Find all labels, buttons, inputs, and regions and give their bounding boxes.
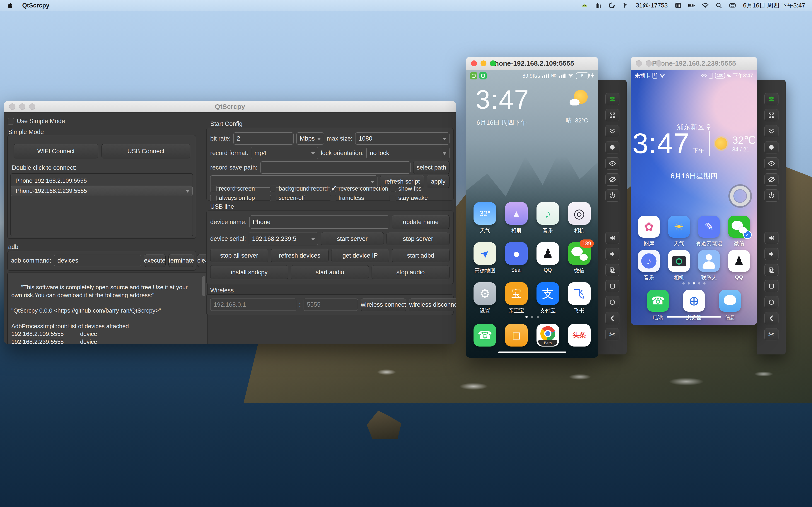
toolbar-button-group[interactable]: [764, 93, 778, 105]
toolbar-button-volume-up[interactable]: [764, 232, 778, 244]
feishu-app-icon[interactable]: 飞: [568, 282, 591, 305]
wechat-app-icon[interactable]: 189: [568, 242, 591, 265]
toolbar-button-dot[interactable]: [605, 141, 619, 154]
wireless-ip-input[interactable]: [210, 298, 296, 311]
assistant-ring-widget[interactable]: [730, 186, 750, 206]
zoom-button[interactable]: [490, 60, 496, 66]
equalizer-icon[interactable]: [595, 2, 602, 9]
stop-server-button[interactable]: stop server: [387, 232, 450, 245]
bit-rate-unit-select[interactable]: Mbps: [296, 132, 324, 145]
qq-app-icon[interactable]: ♟: [537, 242, 559, 265]
amap-app-icon[interactable]: ➤: [473, 242, 496, 265]
menu-clock[interactable]: 6月16日 周四 下午3:47: [743, 1, 805, 9]
toolbar-button-volume-up[interactable]: [605, 232, 619, 244]
toolbar-button-group[interactable]: [605, 93, 619, 105]
wifi-connect-button[interactable]: WIFI Connect: [14, 144, 98, 159]
toolbar-button-eye-off[interactable]: [605, 173, 619, 186]
contacts-app-icon[interactable]: [698, 250, 720, 272]
execute-button[interactable]: execute: [144, 254, 166, 267]
settings-app-icon[interactable]: ⚙: [473, 282, 496, 305]
gallery-app-icon[interactable]: ✿图库: [635, 216, 663, 247]
log-scrollbar[interactable]: [202, 276, 205, 296]
config-checkbox-record-screen[interactable]: record screen: [210, 185, 270, 192]
record-save-path-input[interactable]: [260, 161, 411, 174]
lock-orientation-select[interactable]: no lock: [366, 147, 450, 159]
grid-icon[interactable]: [674, 2, 682, 9]
config-checkbox-screen-off[interactable]: screen-off: [270, 194, 330, 202]
checkbox-box[interactable]: [270, 195, 276, 201]
battery-icon[interactable]: [688, 2, 695, 9]
minimize-button[interactable]: [646, 60, 652, 66]
camera-app-icon[interactable]: 相机: [665, 250, 693, 281]
max-size-select[interactable]: 1080: [355, 132, 450, 145]
terminate-button[interactable]: terminate: [168, 254, 194, 267]
apple-menu-icon[interactable]: [7, 2, 14, 9]
toolbar-button-double-chevron-down[interactable]: [605, 125, 619, 137]
feishu-app-icon[interactable]: 飞飞书: [565, 282, 593, 314]
config-checkbox-always-on-top[interactable]: always on top: [210, 194, 270, 202]
qq-app-icon[interactable]: ♟: [728, 250, 750, 272]
usb-connect-button[interactable]: USB Connect: [101, 144, 190, 159]
start-audio-button[interactable]: start audio: [291, 265, 369, 279]
toolbar-button-eye[interactable]: [764, 157, 778, 170]
alipay-app-icon[interactable]: 支支付宝: [534, 282, 562, 314]
device-list-item[interactable]: Phone-192.168.2.239:5555: [11, 186, 193, 196]
settings-app-icon[interactable]: ⚙设置: [471, 282, 499, 314]
toutiao-app-icon[interactable]: 头条: [565, 324, 593, 346]
device-serial-select[interactable]: 192.168.2.239:5: [249, 232, 318, 245]
checkbox-box[interactable]: [210, 195, 217, 201]
qq-app-icon[interactable]: ♟QQ: [725, 250, 753, 281]
youdao-note-app-icon[interactable]: ✎有道云笔记: [695, 216, 723, 247]
gallery-app-icon[interactable]: ✿: [638, 216, 660, 238]
wechat-app-icon[interactable]: 189微信: [565, 242, 593, 274]
config-checkbox-stay-awake[interactable]: stay awake: [390, 194, 450, 202]
cursor-icon[interactable]: [622, 2, 629, 9]
music-app-icon[interactable]: ♪音乐: [635, 250, 663, 281]
camera-app-icon[interactable]: [668, 250, 690, 272]
toolbar-button-power[interactable]: [764, 189, 778, 202]
amap-app-icon[interactable]: ➤高德地图: [471, 242, 499, 274]
weather-app-icon[interactable]: ☀天气: [665, 216, 693, 247]
checkbox-box[interactable]: [390, 195, 396, 201]
toolbar-button-copy[interactable]: [605, 264, 619, 276]
minimize-button[interactable]: [480, 60, 487, 66]
phone1-home-indicator[interactable]: [498, 351, 566, 353]
control-center-icon[interactable]: [729, 2, 736, 9]
config-checkbox-background-record[interactable]: background record: [270, 185, 330, 192]
music-app-icon[interactable]: ♪: [537, 202, 559, 225]
wireless-disconnect-button[interactable]: wireless disconnect: [409, 298, 456, 311]
notes-app-icon[interactable]: ◻: [503, 324, 530, 346]
close-button[interactable]: [471, 60, 477, 66]
wechat-app-icon[interactable]: ✓: [728, 216, 750, 238]
weather-app-icon[interactable]: 32°: [473, 202, 496, 225]
alipay-app-icon[interactable]: 支: [537, 282, 559, 305]
chrome-beta-app-icon[interactable]: Beta: [537, 324, 559, 346]
notes-app-icon[interactable]: ◻: [505, 324, 528, 346]
toolbar-button-scissors[interactable]: ✂: [764, 328, 778, 340]
seal-app-icon[interactable]: ●Seal: [503, 242, 530, 274]
phone-app-icon[interactable]: ☎: [471, 324, 499, 346]
toolbar-button-fullscreen[interactable]: [764, 109, 778, 121]
toolbar-button-scissors[interactable]: ✂: [605, 328, 619, 340]
checkbox-box[interactable]: [270, 186, 276, 192]
wireless-connect-button[interactable]: wireless connect: [361, 298, 406, 311]
toolbar-button-back[interactable]: [764, 312, 778, 324]
device-list-item[interactable]: Phone-192.168.2.109:5555: [11, 176, 193, 186]
config-checkbox-reverse-connection[interactable]: reverse connection: [330, 185, 390, 192]
weather-app-icon[interactable]: 32°天气: [471, 202, 499, 234]
zoom-button[interactable]: [656, 60, 662, 66]
stop-all-server-button[interactable]: stop all server: [210, 249, 268, 262]
config-checkbox-show-fps[interactable]: show fps: [390, 185, 450, 192]
config-checkbox-frameless[interactable]: frameless: [330, 194, 390, 202]
use-simple-mode-checkbox[interactable]: [8, 118, 14, 124]
checkbox-box[interactable]: [210, 186, 217, 192]
toutiao-app-icon[interactable]: 头条: [568, 324, 591, 346]
gallery-app-icon[interactable]: ▲相册: [503, 202, 530, 234]
youdao-note-app-icon[interactable]: ✎: [698, 216, 720, 238]
close-button[interactable]: [636, 60, 642, 66]
chrome-beta-app-icon[interactable]: Beta: [534, 324, 562, 346]
start-adbd-button[interactable]: start adbd: [392, 249, 450, 262]
toolbar-button-eye[interactable]: [605, 157, 619, 170]
toolbar-button-dot[interactable]: [764, 141, 778, 154]
toolbar-button-circle[interactable]: [764, 296, 778, 308]
